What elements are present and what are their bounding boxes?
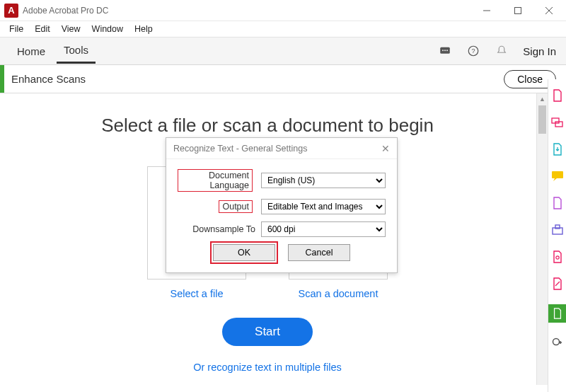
window-titlebar: A Adobe Acrobat Pro DC <box>0 0 566 21</box>
scan-document-label: Scan a document <box>285 288 391 299</box>
dialog-close-icon[interactable]: ✕ <box>381 143 390 154</box>
menu-window[interactable]: Window <box>87 23 128 35</box>
tool-toolbar: Enhance Scans Close <box>0 65 566 93</box>
downsample-label: Downsample To <box>178 224 261 234</box>
svg-point-15 <box>555 256 558 259</box>
dialog-titlebar: Recognize Text - General Settings ✕ <box>166 138 397 159</box>
maximize-button[interactable] <box>502 1 533 21</box>
svg-point-6 <box>444 50 446 51</box>
cancel-button[interactable]: Cancel <box>288 244 350 261</box>
vertical-scrollbar[interactable]: ▲ <box>536 93 548 385</box>
export-pdf-icon[interactable] <box>551 143 564 156</box>
create-pdf-icon[interactable] <box>551 89 564 102</box>
svg-point-5 <box>442 50 444 51</box>
recognize-multiple-link[interactable]: Or recognize text in multiple files <box>0 362 535 373</box>
right-tools-panel <box>548 79 566 392</box>
svg-text:?: ? <box>472 47 475 54</box>
start-button[interactable]: Start <box>222 318 313 346</box>
organize-icon[interactable] <box>551 197 564 209</box>
tab-tools[interactable]: Tools <box>57 38 96 64</box>
svg-rect-1 <box>515 7 521 13</box>
tool-accent <box>0 65 4 93</box>
recognize-text-dialog: Recognize Text - General Settings ✕ Docu… <box>166 137 398 273</box>
svg-point-7 <box>446 50 448 51</box>
document-language-select[interactable]: English (US) <box>261 173 386 188</box>
sign-in-link[interactable]: Sign In <box>523 45 556 57</box>
dialog-title: Recognize Text - General Settings <box>173 144 307 154</box>
select-file-label: Select a file <box>144 288 250 299</box>
chat-icon[interactable] <box>438 44 452 58</box>
protect-icon[interactable] <box>551 250 564 263</box>
stamp-icon[interactable] <box>551 224 564 236</box>
more-tools-icon[interactable] <box>551 337 564 350</box>
document-language-label: Document Language <box>178 169 253 192</box>
close-window-button[interactable] <box>533 1 565 21</box>
enhance-scans-icon[interactable] <box>548 304 567 323</box>
page-headline: Select a file or scan a document to begi… <box>0 115 535 137</box>
menu-help[interactable]: Help <box>129 23 158 35</box>
svg-point-16 <box>553 339 559 345</box>
combine-icon[interactable] <box>551 116 564 129</box>
bell-icon[interactable] <box>495 44 509 58</box>
comment-icon[interactable] <box>551 170 564 183</box>
menu-file[interactable]: File <box>4 23 28 35</box>
tab-home[interactable]: Home <box>10 40 52 63</box>
menubar: File Edit View Window Help <box>0 21 566 37</box>
optimize-icon[interactable] <box>551 277 564 290</box>
downsample-select[interactable]: 600 dpi <box>261 221 386 237</box>
menu-edit[interactable]: Edit <box>30 23 55 35</box>
app-icon: A <box>4 4 18 18</box>
scroll-up-icon[interactable]: ▲ <box>537 93 548 105</box>
tabbar: Home Tools ? Sign In <box>0 37 566 65</box>
ok-button[interactable]: OK <box>213 244 275 261</box>
svg-rect-12 <box>552 171 563 178</box>
output-select[interactable]: Editable Text and Images <box>261 199 386 214</box>
tool-name: Enhance Scans <box>11 73 86 85</box>
window-title: Adobe Acrobat Pro DC <box>23 6 108 16</box>
menu-view[interactable]: View <box>57 23 86 35</box>
scroll-thumb[interactable] <box>538 105 546 134</box>
minimize-button[interactable] <box>471 1 502 21</box>
help-icon[interactable]: ? <box>466 44 480 58</box>
output-label: Output <box>219 200 253 213</box>
